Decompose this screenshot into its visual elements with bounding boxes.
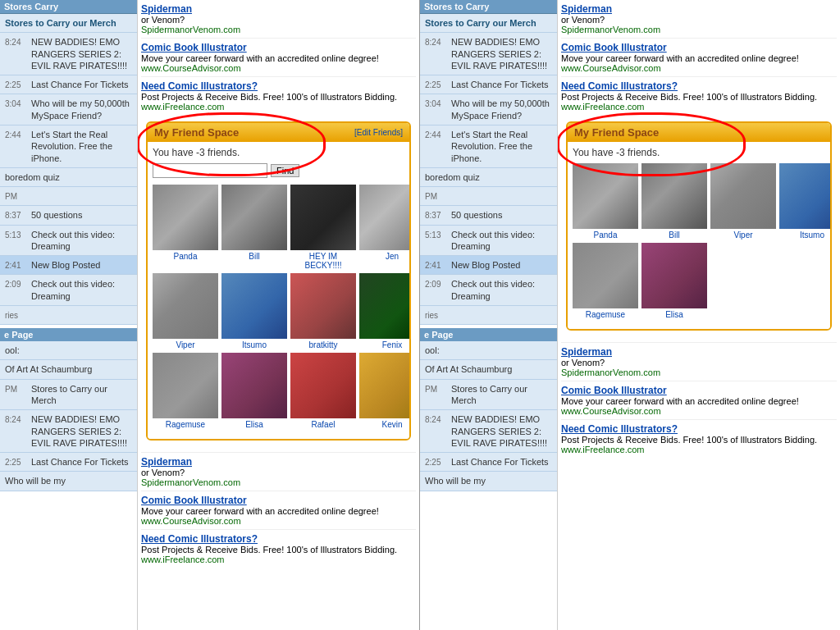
friend-photo-elisa-left (221, 353, 287, 418)
friend-name-elisa-right[interactable]: Elisa (665, 310, 683, 319)
sidebar-footer-label-4: Last Chance For Tickets (31, 456, 129, 468)
bottom-ad-illustrators-title-left[interactable]: Need Comic Illustrators? (141, 533, 258, 545)
sidebar-label-7: Check out this video: Dreaming (31, 229, 132, 253)
ad-illustrators-desc-right: Post Projects & Receive Bids. Free! 100'… (561, 92, 817, 102)
friend-name-rafael-left[interactable]: Rafael (312, 420, 336, 429)
ad-spiderman-subtitle-right: or Venom? (561, 15, 605, 25)
sidebar-item-9: 2:09 Check out this video: Dreaming (0, 275, 137, 306)
sidebar-footer-header: e Page (0, 328, 137, 341)
right-sidebar-footer-5: Who will be my (420, 472, 557, 491)
bottom-ad-comic-left: Comic Book Illustrator Move your career … (141, 491, 416, 526)
sidebar-item-10: ries (0, 306, 137, 325)
friend-name-fenix-left[interactable]: Fenix (382, 340, 402, 349)
right-sidebar-footer-time-3: 8:24 (425, 414, 448, 425)
friend-name-panda-left[interactable]: Panda (174, 252, 198, 261)
right-sidebar-label-2: Who will be my 50,000th MySpace Friend? (451, 98, 552, 121)
friend-space-box-right: My Friend Space You have -3 friends. Pan… (566, 121, 832, 331)
left-half: Stores Carry Stores to Carry our Merch 8… (0, 0, 420, 630)
friend-name-jen-left[interactable]: Jen (386, 252, 399, 261)
friend-itsumo-left: Itsumo (221, 273, 287, 349)
friend-name-bill-left[interactable]: Bill (249, 252, 259, 261)
friend-bill-right: Bill (641, 163, 707, 240)
right-sidebar-footer-3: 8:24 NEW BADDIES! EMO RANGERS SERIES 2: … (420, 410, 557, 453)
friend-name-kevin-left[interactable]: Kevin (381, 420, 402, 429)
bottom-ad-spiderman-subtitle-right: or Venom? (561, 358, 605, 368)
sidebar-stores-carry[interactable]: Stores to Carry our Merch (0, 14, 137, 33)
friend-name-bill-right[interactable]: Bill (669, 231, 679, 240)
friend-name-panda-right[interactable]: Panda (594, 231, 618, 240)
ad-spiderman-name-left[interactable]: Spiderman (141, 3, 192, 15)
right-sidebar-time-2: 3:04 (425, 98, 448, 109)
friends-grid-right: Panda Bill Viper (573, 163, 825, 319)
friend-name-ragemuse-left[interactable]: Ragemuse (166, 420, 205, 429)
ad-spiderman-name-right[interactable]: Spiderman (561, 3, 612, 15)
friend-name-bratkitty-left[interactable]: bratkitty (308, 340, 337, 349)
sidebar-item-0: 8:24 NEW BADDIES! EMO RANGERS SERIES 2: … (0, 33, 137, 75)
right-sidebar-label-4: boredom quiz (425, 172, 480, 182)
sidebar-time-1: 2:25 (5, 80, 28, 90)
sidebar-top-header: Stores Carry (0, 0, 137, 14)
friend-photo-viper-left (153, 273, 218, 339)
right-sidebar-footer-label-2: Stores to Carry our Merch (451, 383, 552, 407)
right-sidebar-stores-carry[interactable]: Stores to Carry our Merch (420, 14, 557, 33)
friend-name-viper-left[interactable]: Viper (176, 340, 194, 349)
sidebar-time-7: 5:13 (5, 230, 28, 240)
friend-photo-rafael-left (290, 353, 356, 418)
bottom-ad-comic-title-left[interactable]: Comic Book Illustrator (141, 495, 247, 506)
sidebar-footer-1: Of Art At Schaumburg (0, 360, 137, 379)
sidebar-label-0: NEW BADDIES! EMO RANGERS SERIES 2: EVIL … (31, 36, 132, 71)
friend-search-input-left[interactable] (153, 163, 267, 178)
friend-space-edit-left[interactable]: [Edit Friends] (354, 128, 403, 137)
friend-name-ragemuse-right[interactable]: Ragemuse (586, 310, 625, 319)
left-main-content: Spiderman or Venom? SpidermanorVenom.com… (138, 0, 419, 630)
sidebar-item-6: 8:37 50 questions (0, 206, 137, 225)
right-sidebar-item-2: 3:04 Who will be my 50,000th MySpace Fri… (420, 94, 557, 126)
left-sidebar: Stores Carry Stores to Carry our Merch 8… (0, 0, 138, 630)
right-stores-carry-link[interactable]: Stores to Carry our Merch (425, 18, 536, 28)
bottom-ad-spiderman-name-left[interactable]: Spiderman (141, 456, 192, 468)
ad-illustrators-left: Need Comic Illustrators? Post Projects &… (141, 76, 416, 112)
right-sidebar-item-1: 2:25 Last Chance For Tickets (420, 75, 557, 94)
bottom-ad-spiderman-left: Spiderman or Venom? SpidermanorVenom.com (141, 456, 416, 487)
sidebar-item-8: 2:41 New Blog Posted (0, 256, 137, 275)
right-sidebar-label-3: Let's Start the Real Revolution. Free th… (451, 129, 552, 164)
ad-comic-left: Comic Book Illustrator Move your career … (141, 38, 416, 73)
right-sidebar-footer-time-2: PM (425, 384, 448, 395)
right-sidebar-label-7: Check out this video: Dreaming (451, 229, 552, 253)
ad-comic-title-right[interactable]: Comic Book Illustrator (561, 42, 667, 53)
right-sidebar-footer-header: e Page (420, 328, 557, 341)
sidebar-time-9: 2:09 (5, 279, 28, 290)
ad-illustrators-title-right[interactable]: Need Comic Illustrators? (561, 80, 678, 92)
sidebar-label-3: Let's Start the Real Revolution. Free th… (31, 129, 132, 164)
ad-spiderman-url-left: SpidermanorVenom.com (141, 25, 240, 34)
friend-photo-bill-left (221, 185, 287, 250)
friend-name-elisa-left[interactable]: Elisa (245, 420, 263, 429)
friend-name-itsumo-right[interactable]: Itsumo (800, 231, 824, 240)
bottom-ad-spiderman-name-right[interactable]: Spiderman (561, 346, 612, 358)
right-sidebar-item-5: PM (420, 187, 557, 206)
friend-name-itsumo-left[interactable]: Itsumo (242, 340, 267, 349)
bottom-ad-comic-title-right[interactable]: Comic Book Illustrator (561, 385, 667, 396)
friend-name-viper-right[interactable]: Viper (733, 231, 752, 240)
right-sidebar-label-6: 50 questions (451, 209, 502, 221)
bottom-ad-illustrators-title-right[interactable]: Need Comic Illustrators? (561, 423, 678, 435)
right-sidebar: Stores to Carry Stores to Carry our Merc… (420, 0, 558, 630)
friend-viper-left: Viper (153, 273, 218, 349)
sidebar-time-5: PM (5, 191, 28, 202)
bottom-ad-comic-right: Comic Book Illustrator Move your career … (561, 381, 837, 416)
friend-photo-bratkitty-left (290, 273, 356, 339)
page-wrapper: Stores Carry Stores to Carry our Merch 8… (0, 0, 840, 630)
sidebar-footer-time-2: PM (5, 384, 28, 395)
friend-name-becky-left[interactable]: HEY IM BECKY!!!! (290, 252, 356, 270)
friend-find-button-left[interactable]: Find (271, 164, 299, 177)
ad-comic-title-left[interactable]: Comic Book Illustrator (141, 42, 247, 53)
stores-carry-link[interactable]: Stores to Carry our Merch (5, 18, 116, 28)
friend-jen-left: Jen (359, 185, 411, 270)
friend-itsumo-right: Itsumo (779, 163, 832, 240)
sidebar-footer-5: Who will be my (0, 472, 137, 491)
ad-illustrators-title-left[interactable]: Need Comic Illustrators? (141, 80, 258, 92)
friend-space-box-left: My Friend Space [Edit Friends] You have … (146, 121, 411, 441)
right-sidebar-item-10: ries (420, 306, 557, 325)
sidebar-item-1: 2:25 Last Chance For Tickets (0, 75, 137, 94)
sidebar-label-6: 50 questions (31, 209, 82, 221)
